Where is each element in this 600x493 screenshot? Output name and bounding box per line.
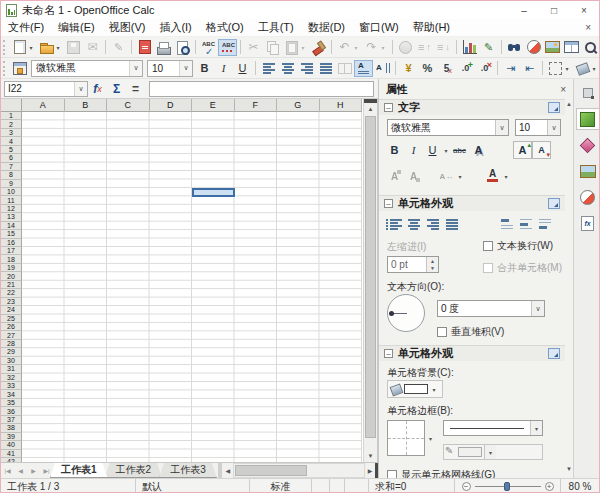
align-top-button[interactable] — [497, 215, 516, 233]
data-sources-button[interactable] — [562, 39, 581, 56]
row-header-18[interactable]: 18 — [1, 255, 22, 263]
deck-tab-functions[interactable] — [576, 212, 600, 234]
section-header-text[interactable]: 文字 — [379, 99, 565, 115]
row-header-11[interactable]: 11 — [1, 196, 22, 204]
wrap-text-option[interactable]: 文本换行(W) — [483, 239, 553, 253]
text-shadow-button[interactable] — [469, 141, 488, 159]
close-button[interactable]: × — [569, 1, 599, 19]
chevron-down-icon[interactable]: ∨ — [129, 61, 142, 76]
chevron-down-icon[interactable]: ▾ — [299, 44, 307, 51]
horizontal-scrollbar[interactable] — [233, 463, 365, 478]
sheet-tab-2[interactable]: 工作表2 — [105, 463, 163, 478]
section-header-cell-appearance[interactable]: 单元格外观 — [379, 345, 565, 361]
menu-item-tools[interactable]: 工具(T) — [251, 19, 301, 36]
column-header-H[interactable]: H — [320, 99, 363, 112]
number-format-currency-button[interactable] — [399, 60, 418, 77]
bold-button[interactable]: B — [385, 141, 404, 159]
row-header-13[interactable]: 13 — [1, 213, 22, 221]
deck-tab-styles-and-formatting[interactable] — [576, 134, 600, 156]
document-close-icon[interactable]: × — [577, 22, 599, 33]
align-justified-button[interactable] — [316, 60, 335, 77]
indent-stepper[interactable]: 0 pt ▲▼ — [387, 256, 439, 273]
panel-scroll-down-icon[interactable]: ▼ — [566, 466, 572, 472]
align-right-button[interactable] — [423, 215, 442, 233]
cell-border-widget[interactable] — [387, 420, 425, 456]
add-decimal-place-button[interactable] — [456, 60, 475, 77]
show-gridlines-option[interactable]: 显示单元格网格线(G) — [387, 468, 495, 478]
row-header-32[interactable]: 32 — [1, 374, 22, 382]
cell-background-picker[interactable]: ▾ — [387, 380, 443, 398]
chevron-down-icon[interactable]: ∨ — [531, 301, 544, 316]
row-header-34[interactable]: 34 — [1, 390, 22, 398]
row-header-14[interactable]: 14 — [1, 222, 22, 230]
chevron-down-icon[interactable]: ▾ — [352, 44, 360, 51]
chevron-down-icon[interactable]: ▾ — [590, 65, 598, 72]
strikethrough-button[interactable] — [450, 141, 469, 159]
maximize-button[interactable]: □ — [539, 1, 569, 19]
row-header-37[interactable]: 37 — [1, 416, 22, 424]
row-header-22[interactable]: 22 — [1, 289, 22, 297]
function-wizard-button[interactable] — [88, 80, 107, 97]
row-header-38[interactable]: 38 — [1, 424, 22, 432]
row-header-4[interactable]: 4 — [1, 137, 22, 145]
gallery-button[interactable] — [543, 39, 562, 56]
increase-font-size-button[interactable] — [513, 141, 532, 159]
row-header-20[interactable]: 20 — [1, 272, 22, 280]
zoom-slider-track[interactable] — [475, 482, 541, 491]
chevron-down-icon[interactable]: ∨ — [74, 82, 87, 96]
chevron-down-icon[interactable]: ▾ — [429, 435, 432, 442]
scroll-left-icon[interactable]: ◀ — [223, 463, 233, 478]
number-format-standard-button[interactable] — [437, 60, 456, 77]
italic-button[interactable]: I — [404, 141, 423, 159]
deck-tab-navigator[interactable] — [576, 186, 600, 208]
toolbar-grip[interactable] — [3, 40, 7, 55]
row-header-1[interactable]: 1 — [1, 112, 22, 120]
row-header-26[interactable]: 26 — [1, 323, 22, 331]
find-and-replace-button[interactable] — [505, 39, 524, 56]
align-justified-button[interactable] — [442, 215, 461, 233]
align-left-button[interactable] — [259, 60, 278, 77]
column-header-G[interactable]: G — [277, 99, 320, 112]
decrease-indent-button[interactable] — [520, 60, 539, 77]
number-format-percent-button[interactable] — [418, 60, 437, 77]
spellcheck-button[interactable] — [199, 39, 218, 56]
font-color-button[interactable] — [483, 167, 502, 185]
zoom-slider[interactable]: − + — [455, 479, 561, 493]
row-header-16[interactable]: 16 — [1, 239, 22, 247]
insert-chart-button[interactable] — [460, 39, 479, 56]
row-header-31[interactable]: 31 — [1, 365, 22, 373]
row-header-36[interactable]: 36 — [1, 407, 22, 415]
row-header-41[interactable]: 41 — [1, 450, 22, 458]
deck-tab-sidebar-settings[interactable] — [576, 82, 600, 104]
scroll-down-icon[interactable]: ▼ — [364, 450, 377, 462]
clone-formatting-button[interactable] — [309, 39, 328, 56]
decrease-font-size-button[interactable] — [532, 141, 551, 159]
orientation-dial[interactable] — [387, 294, 425, 332]
minimize-button[interactable]: – — [509, 1, 539, 19]
show-draw-functions-button[interactable] — [479, 39, 498, 56]
vertical-scrollbar-thumb[interactable] — [365, 116, 376, 438]
menu-item-file[interactable]: 文件(F) — [1, 19, 51, 36]
more-options-icon[interactable] — [548, 348, 560, 359]
name-box[interactable]: I22 ∨ — [4, 81, 88, 97]
row-header-12[interactable]: 12 — [1, 205, 22, 213]
chevron-down-icon[interactable]: ▾ — [530, 421, 542, 435]
row-header-30[interactable]: 30 — [1, 357, 22, 365]
row-header-17[interactable]: 17 — [1, 247, 22, 255]
horizontal-scrollbar-thumb[interactable] — [235, 465, 307, 476]
scroll-right-icon[interactable]: ▶ — [365, 463, 375, 478]
row-header-25[interactable]: 25 — [1, 315, 22, 323]
chevron-down-icon[interactable]: ▾ — [430, 386, 438, 393]
chevron-down-icon[interactable]: ▾ — [27, 44, 35, 51]
next-sheet-button[interactable]: ▶ — [27, 463, 40, 478]
row-header-24[interactable]: 24 — [1, 306, 22, 314]
underline-button[interactable]: U — [423, 141, 442, 159]
more-options-icon[interactable] — [548, 198, 560, 209]
row-header-2[interactable]: 2 — [1, 120, 22, 128]
row-header-29[interactable]: 29 — [1, 348, 22, 356]
sheet-tab-1[interactable]: 工作表1 — [50, 463, 108, 478]
selected-cell[interactable] — [192, 188, 235, 197]
stack-vertically-option[interactable]: 垂直堆积(V) — [437, 325, 504, 339]
align-left-button[interactable] — [385, 215, 404, 233]
sum-button[interactable] — [107, 80, 126, 97]
